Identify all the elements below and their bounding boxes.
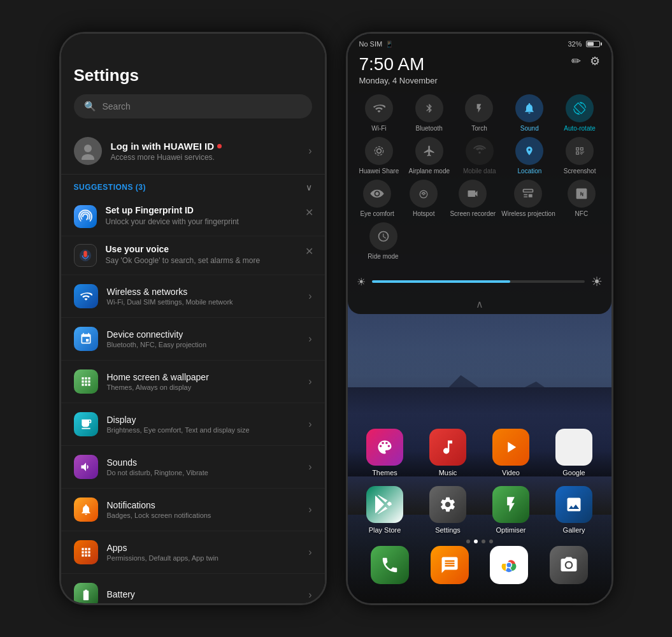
battery-percentage: 32% xyxy=(568,40,582,48)
brightness-fill xyxy=(372,280,510,283)
sound-label: Sound xyxy=(520,125,539,132)
screenshot-label: Screenshot xyxy=(564,168,596,175)
close-fingerprint-icon[interactable]: ✕ xyxy=(305,206,313,218)
app-grid-1: Themes Music Video xyxy=(348,422,611,483)
toggle-sound[interactable]: Sound xyxy=(509,94,550,132)
mobile-data-btn xyxy=(466,137,494,165)
toggle-row-3: Eye comfort Hotspot xyxy=(354,180,605,217)
fingerprint-icon xyxy=(74,205,97,228)
sounds-text: Sounds Do not disturb, Ringtone, Vibrate xyxy=(107,457,309,476)
settings-icon[interactable]: ⚙ xyxy=(590,54,600,68)
app-settings[interactable]: Settings xyxy=(420,486,476,534)
app-gallery[interactable]: Gallery xyxy=(546,486,603,534)
settings-battery[interactable]: Battery › xyxy=(61,574,325,603)
device-text: Device connectivity Bluetooth, NFC, Easy… xyxy=(107,329,309,348)
toggle-row-4: Ride mode xyxy=(354,222,605,260)
clock-date: Monday, 4 November xyxy=(359,76,438,85)
chevron-right-icon: › xyxy=(308,333,311,345)
google-icon xyxy=(555,429,592,466)
brightness-track[interactable] xyxy=(372,280,585,283)
app-grid-2: Play Store Settings xyxy=(348,480,611,540)
brightness-control: ☀ ☀ xyxy=(348,270,611,296)
toggle-wireless-projection[interactable]: Wireless projection xyxy=(501,180,555,217)
settings-wireless[interactable]: Wireless & networks Wi-Fi, Dual SIM sett… xyxy=(61,275,325,318)
toggle-autorotate[interactable]: Auto-rotate xyxy=(559,94,600,132)
app-google[interactable]: Google xyxy=(546,429,603,476)
dock-camera[interactable] xyxy=(550,546,588,584)
collapse-icon[interactable]: ∨ xyxy=(306,182,312,192)
brightness-min-icon: ☀ xyxy=(357,276,366,288)
toggle-screen-recorder[interactable]: Screen recorder xyxy=(450,180,496,217)
settings-header: Settings 🔍 Search xyxy=(61,34,325,128)
dock-messages[interactable] xyxy=(431,546,469,584)
suggestion-fingerprint[interactable]: Set up Fingerprint ID Unlock your device… xyxy=(61,197,325,236)
settings-app-label: Settings xyxy=(435,526,461,534)
toggle-mobile-data[interactable]: Mobile data xyxy=(459,137,500,175)
close-voice-icon[interactable]: ✕ xyxy=(305,245,313,257)
app-optimiser[interactable]: Optimiser xyxy=(483,486,540,534)
settings-title: Settings xyxy=(74,66,312,85)
app-music[interactable]: Music xyxy=(420,429,476,476)
torch-toggle-btn xyxy=(465,94,493,122)
settings-apps[interactable]: Apps Permissions, Default apps, App twin… xyxy=(61,531,325,574)
google-label: Google xyxy=(562,469,585,476)
app-themes[interactable]: Themes xyxy=(357,429,413,476)
left-phone: Settings 🔍 Search Log in with HUAWEI ID … xyxy=(59,32,327,605)
notification-panel: No SIM 📱 32% 7:50 AM Monday, 4 November xyxy=(348,34,611,314)
chevron-right-icon: › xyxy=(308,547,311,558)
edit-icon[interactable]: ✏ xyxy=(571,54,581,68)
toggle-location[interactable]: Location xyxy=(509,137,550,175)
settings-sounds[interactable]: Sounds Do not disturb, Ringtone, Vibrate… xyxy=(61,446,325,489)
settings-notifications[interactable]: Notifications Badges, Lock screen notifi… xyxy=(61,489,325,531)
video-label: Video xyxy=(502,469,520,476)
toggle-airplane[interactable]: Airplane mode xyxy=(409,137,450,175)
toggle-eye-comfort[interactable]: Eye comfort xyxy=(357,180,397,217)
suggestions-label: SUGGESTIONS (3) xyxy=(74,183,147,192)
battery-text: Battery xyxy=(107,589,309,601)
chevron-right-icon: › xyxy=(308,419,311,430)
toggle-hotspot[interactable]: Hotspot xyxy=(403,180,444,217)
toggle-huawei-share[interactable]: Huawei Share xyxy=(359,137,399,175)
playstore-icon xyxy=(366,486,403,523)
themes-label: Themes xyxy=(372,469,397,476)
chevron-right-icon: › xyxy=(308,290,311,302)
dock-phone[interactable] xyxy=(371,546,409,584)
settings-device[interactable]: Device connectivity Bluetooth, NFC, Easy… xyxy=(61,318,325,361)
autorotate-toggle-btn xyxy=(566,94,594,122)
optimiser-label: Optimiser xyxy=(496,526,525,534)
display-text: Display Brightness, Eye comfort, Text an… xyxy=(107,415,309,434)
time-block: 7:50 AM Monday, 4 November ✏ ⚙ xyxy=(348,50,611,92)
voice-subtitle: Say 'Ok Google' to search, set alarms & … xyxy=(106,255,312,266)
music-icon xyxy=(429,429,466,466)
toggle-screenshot[interactable]: Screenshot xyxy=(559,137,600,175)
dock-chrome[interactable] xyxy=(490,546,528,584)
chevron-right-icon: › xyxy=(308,145,311,157)
toggle-torch[interactable]: Torch xyxy=(459,94,499,132)
hotspot-label: Hotspot xyxy=(413,210,434,217)
settings-display[interactable]: Display Brightness, Eye comfort, Text an… xyxy=(61,403,325,446)
search-placeholder: Search xyxy=(103,101,131,111)
toggle-bluetooth[interactable]: Bluetooth xyxy=(409,94,450,132)
suggestion-voice[interactable]: Use your voice Say 'Ok Google' to search… xyxy=(61,236,325,275)
fingerprint-subtitle: Unlock your device with your fingerprint xyxy=(106,217,312,227)
hotspot-btn xyxy=(410,180,438,208)
ride-mode-label: Ride mode xyxy=(368,253,398,260)
airplane-btn xyxy=(415,137,443,165)
app-video[interactable]: Video xyxy=(483,429,540,476)
toggle-ride-mode[interactable]: Ride mode xyxy=(363,222,404,260)
battery-icon xyxy=(74,583,98,603)
toggle-nfc[interactable]: NFC xyxy=(561,180,602,217)
toggle-wifi[interactable]: Wi-Fi xyxy=(359,94,399,132)
chrome-dock-icon xyxy=(490,546,528,584)
login-row[interactable]: Log in with HUAWEI ID Access more Huawei… xyxy=(61,128,325,175)
gallery-label: Gallery xyxy=(563,526,585,534)
app-playstore[interactable]: Play Store xyxy=(357,486,413,534)
fingerprint-suggestion-text: Set up Fingerprint ID Unlock your device… xyxy=(106,205,312,227)
settings-home[interactable]: Home screen & wallpaper Themes, Always o… xyxy=(61,361,325,403)
home-icon xyxy=(74,369,98,394)
search-bar[interactable]: 🔍 Search xyxy=(74,94,312,118)
settings-app-icon xyxy=(429,486,466,523)
login-title: Log in with HUAWEI ID xyxy=(111,141,309,152)
right-phone: No SIM 📱 32% 7:50 AM Monday, 4 November xyxy=(346,32,613,605)
nfc-label: NFC xyxy=(575,210,589,217)
